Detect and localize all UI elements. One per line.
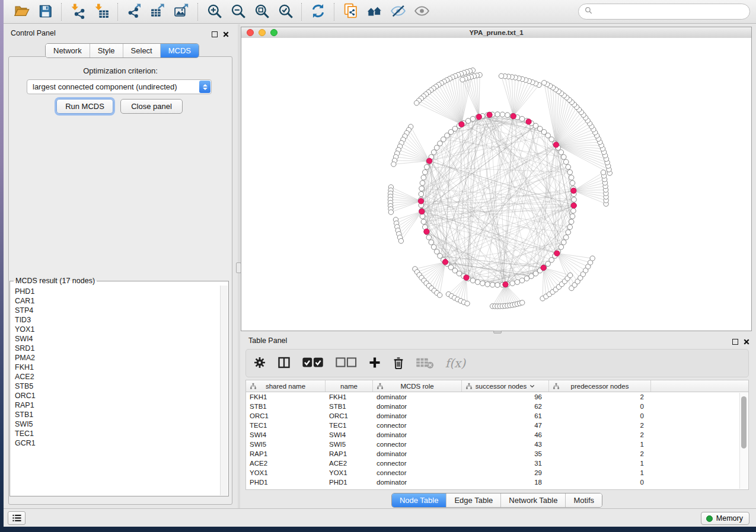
table-row[interactable]: TEC1TEC1connector472: [246, 421, 748, 430]
network-node[interactable]: [572, 197, 577, 203]
tab-node-table[interactable]: Node Table: [392, 493, 446, 507]
network-node[interactable]: [431, 150, 436, 155]
mcds-result-item[interactable]: PHD1: [15, 287, 228, 296]
network-canvas[interactable]: [241, 38, 752, 331]
column-header-shared-name[interactable]: shared name: [246, 380, 326, 392]
mcds-result-item[interactable]: STB5: [15, 382, 228, 391]
mcds-result-item[interactable]: RAP1: [15, 400, 228, 410]
network-node[interactable]: [567, 225, 573, 230]
dominator-node[interactable]: [459, 121, 464, 127]
table-row[interactable]: SWI4SWI4dominator462: [246, 430, 748, 440]
network-node[interactable]: [421, 175, 426, 180]
float-panel-icon[interactable]: [212, 31, 218, 37]
mcds-result-item[interactable]: CAR1: [15, 296, 228, 306]
network-node[interactable]: [475, 280, 480, 285]
column-header-successor-nodes[interactable]: successor nodes: [462, 380, 549, 392]
network-node[interactable]: [500, 112, 505, 117]
network-node[interactable]: [414, 101, 419, 105]
mcds-result-item[interactable]: STP4: [15, 306, 228, 315]
mcds-result-item[interactable]: SWI4: [15, 334, 228, 344]
network-node[interactable]: [569, 175, 574, 180]
run-mcds-button[interactable]: Run MCDS: [56, 99, 113, 114]
network-node[interactable]: [570, 181, 575, 186]
network-node[interactable]: [460, 77, 465, 82]
mcds-result-item[interactable]: GCR1: [15, 438, 228, 448]
table-scrollbar[interactable]: [739, 393, 748, 489]
new-network-from-selection-button[interactable]: [339, 2, 362, 22]
dominator-node[interactable]: [503, 282, 508, 287]
dominator-node[interactable]: [476, 114, 481, 120]
dominator-node[interactable]: [541, 265, 546, 270]
import-network-button[interactable]: [66, 2, 90, 22]
close-panel-button[interactable]: Close panel: [120, 99, 183, 114]
dominator-node[interactable]: [526, 119, 531, 124]
tab-network[interactable]: Network: [46, 44, 90, 57]
mcds-result-item[interactable]: YOX1: [15, 325, 228, 334]
dominator-node[interactable]: [487, 112, 492, 117]
network-node[interactable]: [559, 150, 564, 155]
table-scrollbar-thumb[interactable]: [741, 396, 747, 448]
zoom-out-button[interactable]: [226, 2, 250, 22]
mcds-list-scrollbar[interactable]: [220, 286, 228, 495]
network-node[interactable]: [495, 283, 500, 288]
network-node[interactable]: [563, 235, 569, 240]
tab-select[interactable]: Select: [123, 44, 160, 57]
network-node[interactable]: [429, 240, 434, 245]
network-node[interactable]: [480, 281, 486, 286]
network-node[interactable]: [519, 278, 525, 283]
network-node[interactable]: [561, 240, 566, 245]
network-node[interactable]: [420, 214, 425, 219]
tab-network-table[interactable]: Network Table: [500, 493, 565, 507]
memory-button[interactable]: Memory: [701, 512, 749, 525]
network-node[interactable]: [563, 159, 569, 165]
table-row[interactable]: YOX1YOX1connector291: [246, 468, 748, 477]
dominator-node[interactable]: [554, 251, 560, 256]
zoom-in-button[interactable]: [202, 2, 226, 22]
network-node[interactable]: [567, 273, 572, 278]
dominator-node[interactable]: [553, 142, 559, 148]
network-node[interactable]: [426, 235, 432, 240]
network-node[interactable]: [520, 300, 525, 305]
mcds-result-item[interactable]: ACE2: [15, 372, 228, 382]
delete-columns-button[interactable]: [393, 356, 404, 371]
mcds-result-item[interactable]: ORC1: [15, 391, 228, 400]
network-node[interactable]: [566, 165, 571, 170]
mcds-result-item[interactable]: SRD1: [15, 344, 228, 353]
network-node[interactable]: [398, 239, 403, 243]
table-row[interactable]: FKH1FKH1dominator962: [246, 392, 748, 402]
show-all-button[interactable]: [410, 2, 433, 22]
dominator-node[interactable]: [442, 259, 448, 265]
task-history-button[interactable]: [8, 511, 25, 525]
network-node[interactable]: [434, 145, 439, 150]
network-node[interactable]: [515, 280, 520, 285]
network-node[interactable]: [465, 301, 470, 306]
network-node[interactable]: [495, 112, 500, 117]
save-session-button[interactable]: [33, 2, 57, 22]
tab-motifs[interactable]: Motifs: [565, 493, 602, 507]
hide-selected-button[interactable]: [386, 2, 410, 22]
close-panel-icon[interactable]: [223, 29, 229, 40]
mcds-result-item[interactable]: STB1: [15, 410, 228, 419]
network-node[interactable]: [437, 293, 442, 297]
network-node[interactable]: [423, 169, 428, 175]
dominator-node[interactable]: [426, 158, 432, 164]
tab-edge-table[interactable]: Edge Table: [446, 493, 500, 507]
panel-splitter[interactable]: [238, 24, 240, 508]
network-node[interactable]: [391, 162, 396, 166]
network-node[interactable]: [505, 113, 511, 118]
network-node[interactable]: [431, 245, 436, 250]
dominator-node[interactable]: [418, 198, 423, 204]
zoom-selected-button[interactable]: [273, 2, 297, 22]
table-panel-splitter-grip[interactable]: [493, 331, 502, 334]
network-node[interactable]: [388, 210, 393, 214]
mcds-result-item[interactable]: SWI5: [15, 419, 228, 429]
column-header-MCDS-role[interactable]: MCDS role: [373, 380, 462, 392]
first-neighbors-button[interactable]: [362, 2, 386, 22]
network-node[interactable]: [590, 256, 595, 261]
dominator-node[interactable]: [571, 203, 576, 208]
network-node[interactable]: [570, 214, 575, 219]
network-node[interactable]: [567, 169, 573, 175]
export-network-button[interactable]: [122, 2, 146, 22]
network-node[interactable]: [419, 186, 425, 191]
refresh-network-button[interactable]: [306, 2, 330, 22]
